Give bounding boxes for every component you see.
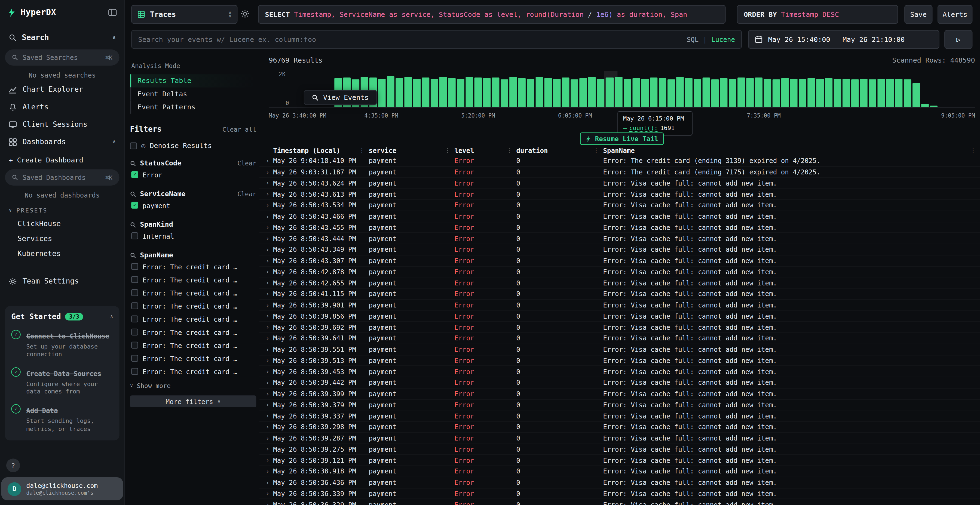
table-row[interactable]: May 26 8:50:39.513 PM payment Error 0 Er… [259,355,980,366]
row-expand-chevron-icon[interactable] [266,423,273,430]
create-dashboard-button[interactable]: + Create Dashboard [0,151,124,167]
checkbox[interactable] [131,263,138,270]
checkbox[interactable] [131,368,138,375]
row-expand-chevron-icon[interactable] [266,302,273,308]
row-expand-chevron-icon[interactable] [266,335,273,341]
row-expand-chevron-icon[interactable] [266,224,273,231]
table-row[interactable]: May 26 8:50:39.337 PM payment Error 0 Er… [259,411,980,422]
row-expand-chevron-icon[interactable] [266,413,273,419]
histogram-bar[interactable] [562,77,570,107]
user-menu[interactable]: D dale@clickhouse.com dale@clickhouse.co… [2,477,123,500]
table-row[interactable]: May 26 8:50:39.121 PM payment Error 0 Er… [259,455,980,466]
histogram-bar[interactable] [843,79,850,106]
histogram-bar[interactable] [676,77,684,107]
checkbox[interactable] [131,289,138,296]
histogram-bar[interactable] [702,78,710,107]
filter-checkbox-item[interactable]: Error [130,169,256,181]
histogram-bar[interactable] [659,78,666,107]
search-input[interactable] [138,35,687,43]
clear-filter-link[interactable]: Clear [237,160,256,167]
histogram-bar[interactable] [466,76,473,106]
analysis-mode-option[interactable]: Event Patterns [130,101,256,114]
histogram-bar[interactable] [510,77,517,106]
row-expand-chevron-icon[interactable] [266,290,273,297]
table-row[interactable]: May 26 8:50:43.444 PM payment Error 0 Er… [259,233,980,245]
row-expand-chevron-icon[interactable] [266,235,273,242]
mode-sql-toggle[interactable]: SQL [687,36,699,43]
histogram-bar[interactable] [387,76,395,107]
row-expand-chevron-icon[interactable] [266,246,273,253]
denoise-results-toggle[interactable]: Denoise Results [130,142,256,150]
column-header[interactable]: duration [516,146,603,154]
histogram-bar[interactable] [913,83,920,106]
row-expand-chevron-icon[interactable] [266,313,273,319]
histogram-bar[interactable] [877,79,885,106]
histogram-bar[interactable] [851,79,859,106]
checkbox[interactable] [131,276,138,283]
row-expand-chevron-icon[interactable] [266,390,273,397]
presets-toggle[interactable]: PRESETS [0,200,124,216]
sidebar-item-team-settings[interactable]: Team Settings [0,272,124,290]
table-row[interactable]: May 26 9:03:31.187 PM payment Error 0 Er… [259,167,980,178]
histogram-bar[interactable] [720,78,727,107]
histogram-bar[interactable] [501,79,509,106]
histogram-bar[interactable] [396,78,403,106]
filter-checkbox-item[interactable]: payment [130,199,256,211]
row-expand-chevron-icon[interactable] [266,379,273,386]
histogram-bar[interactable] [579,78,587,106]
sidebar-item-chart-explorer[interactable]: Chart Explorer [0,81,124,98]
row-expand-chevron-icon[interactable] [266,457,273,464]
table-row[interactable]: May 26 8:50:42.655 PM payment Error 0 Er… [259,278,980,289]
histogram-bar[interactable] [439,77,447,107]
histogram-bar[interactable] [527,79,535,107]
resume-live-tail-button[interactable]: Resume Live Tail [580,132,664,145]
histogram-bar[interactable] [711,79,719,106]
table-row[interactable]: May 26 8:50:36.436 PM payment Error 0 Er… [259,477,980,488]
table-row[interactable]: May 26 8:50:39.399 PM payment Error 0 Er… [259,388,980,399]
histogram-bar[interactable] [807,78,815,107]
analysis-mode-option[interactable]: Event Deltas [130,87,256,100]
row-expand-chevron-icon[interactable] [266,435,273,441]
filter-checkbox-item[interactable]: Error: The credit card … [130,339,256,351]
column-header[interactable]: SpanName [603,146,980,154]
histogram-bar[interactable] [457,79,465,106]
row-expand-chevron-icon[interactable] [266,191,273,197]
row-expand-chevron-icon[interactable] [266,213,273,219]
checkbox[interactable] [131,315,138,322]
filter-checkbox-item[interactable]: Error: The credit card … [130,326,256,338]
histogram-bar[interactable] [422,78,430,106]
histogram-bar[interactable] [449,78,456,106]
histogram-bar[interactable] [404,77,412,107]
histogram-bar[interactable] [886,79,894,107]
histogram-bar[interactable] [825,78,832,107]
row-expand-chevron-icon[interactable] [266,468,273,475]
analysis-mode-option[interactable]: Results Table [130,74,256,87]
row-expand-chevron-icon[interactable] [266,446,273,453]
row-expand-chevron-icon[interactable] [266,202,273,208]
table-row[interactable]: May 26 8:50:39.856 PM payment Error 0 Er… [259,311,980,322]
filter-checkbox-item[interactable]: Internal [130,230,256,242]
row-expand-chevron-icon[interactable] [266,168,273,175]
histogram-bar[interactable] [413,78,421,106]
clear-filter-link[interactable]: Clear [237,191,256,197]
histogram-bar[interactable] [790,78,798,106]
histogram-bar[interactable] [746,78,754,106]
row-expand-chevron-icon[interactable] [266,401,273,408]
table-row[interactable]: May 26 8:50:38.918 PM payment Error 0 Er… [259,466,980,477]
row-expand-chevron-icon[interactable] [266,368,273,375]
view-events-button[interactable]: View Events [304,90,377,105]
histogram-bar[interactable] [632,78,640,106]
clear-all-filters-link[interactable]: Clear all [223,126,256,133]
sidebar-collapse-icon[interactable] [108,8,117,16]
checkbox[interactable] [131,355,138,362]
column-header[interactable]: service [369,146,455,154]
histogram-bar[interactable] [536,77,543,107]
histogram-bar[interactable] [624,79,631,107]
table-row[interactable]: May 26 8:50:39.453 PM payment Error 0 Er… [259,366,980,377]
filter-checkbox-item[interactable]: Error: The credit card … [130,287,256,299]
sidebar-section-search[interactable]: Search [0,28,124,47]
event-search-bar[interactable]: SQL | Lucene [131,30,742,49]
histogram-bar[interactable] [518,78,526,107]
histogram-bar[interactable] [869,79,876,106]
histogram-bar[interactable] [772,79,780,107]
